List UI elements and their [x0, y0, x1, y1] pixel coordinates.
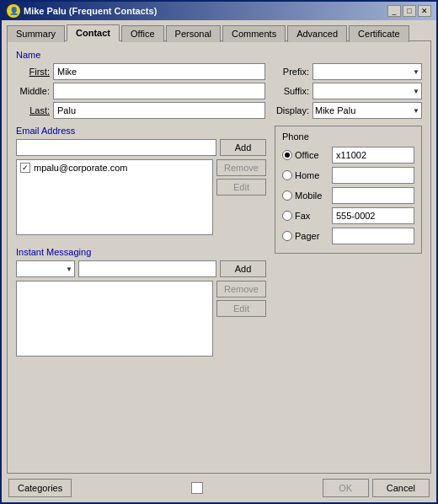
- email-input-row: Add: [16, 139, 266, 156]
- email-remove-button[interactable]: Remove: [216, 159, 266, 176]
- tab-bar: Summary Contact Office Personal Comments…: [2, 20, 436, 40]
- pager-phone-input[interactable]: [332, 228, 414, 244]
- office-radio[interactable]: [282, 150, 292, 160]
- last-name-input[interactable]: [53, 102, 265, 119]
- prefix-arrow: ▼: [413, 68, 419, 76]
- title-bar: 👤 Mike Palu (Frequent Contacts) _ □ ✕: [2, 2, 436, 20]
- title-bar-left: 👤 Mike Palu (Frequent Contacts): [7, 4, 157, 18]
- phone-section: Phone Office Home: [275, 126, 422, 254]
- tab-contact[interactable]: Contact: [67, 24, 120, 41]
- fax-phone-input[interactable]: [332, 207, 414, 224]
- tab-advanced[interactable]: Advanced: [287, 25, 347, 42]
- window-title: Mike Palu (Frequent Contacts): [24, 6, 157, 16]
- display-label: Display:: [269, 105, 309, 115]
- prefix-label: Prefix:: [269, 67, 309, 77]
- tab-office[interactable]: Office: [121, 25, 164, 42]
- home-radio-label[interactable]: Home: [282, 170, 328, 180]
- office-radio-label[interactable]: Office: [282, 150, 328, 160]
- pager-radio[interactable]: [282, 231, 292, 241]
- suffix-label: Suffix:: [269, 86, 309, 96]
- email-list: ✓ mpalu@corporate.com: [16, 159, 213, 235]
- last-label: Last:: [16, 105, 50, 115]
- two-col-layout: Email Address Add ✓ mpalu@corporate.com: [16, 126, 422, 357]
- im-type-arrow: ▼: [66, 265, 72, 273]
- im-list-with-buttons: Remove Edit: [16, 281, 266, 357]
- first-name-row: First: Prefix: ▼: [16, 63, 422, 80]
- display-arrow: ▼: [413, 107, 419, 115]
- bottom-checkbox[interactable]: [191, 482, 203, 494]
- main-window: 👤 Mike Palu (Frequent Contacts) _ □ ✕ Su…: [0, 0, 438, 504]
- phone-office-row: Office: [282, 147, 414, 164]
- categories-button[interactable]: Categories: [8, 479, 72, 497]
- fax-radio[interactable]: [282, 211, 292, 221]
- mobile-radio[interactable]: [282, 190, 292, 201]
- middle-name-input[interactable]: [53, 83, 265, 99]
- home-radio[interactable]: [282, 170, 292, 180]
- right-column: Phone Office Home: [275, 126, 422, 357]
- minimize-button[interactable]: _: [387, 5, 401, 17]
- mobile-label: Mobile: [295, 190, 322, 201]
- first-label: First:: [16, 67, 50, 77]
- close-button[interactable]: ✕: [418, 5, 431, 17]
- middle-label: Middle:: [16, 86, 50, 96]
- prefix-select[interactable]: ▼: [312, 63, 422, 80]
- tab-comments[interactable]: Comments: [222, 25, 286, 42]
- im-add-button[interactable]: Add: [220, 260, 266, 277]
- tab-personal[interactable]: Personal: [166, 25, 221, 42]
- bottom-bar: Categories OK Cancel: [2, 474, 436, 502]
- phone-home-row: Home: [282, 167, 414, 184]
- ok-button[interactable]: OK: [323, 479, 369, 497]
- display-select[interactable]: Mike Palu ▼: [312, 102, 422, 119]
- im-side-buttons: Remove Edit: [216, 281, 266, 357]
- suffix-arrow: ▼: [413, 88, 419, 95]
- office-label: Office: [295, 150, 319, 160]
- home-label: Home: [295, 170, 319, 180]
- im-section: Instant Messaging ▼ Add Remove Ed: [16, 247, 266, 357]
- phone-fax-row: Fax: [282, 207, 414, 224]
- mobile-phone-input[interactable]: [332, 187, 414, 204]
- first-name-input[interactable]: [53, 63, 265, 80]
- email-add-button[interactable]: Add: [220, 139, 266, 156]
- suffix-select[interactable]: ▼: [312, 83, 422, 99]
- im-address-input[interactable]: [78, 260, 216, 277]
- im-edit-button[interactable]: Edit: [216, 300, 266, 317]
- fax-label: Fax: [295, 211, 310, 221]
- last-name-row: Last: Display: Mike Palu ▼: [16, 102, 422, 119]
- pager-radio-label[interactable]: Pager: [282, 231, 328, 241]
- title-buttons: _ □ ✕: [387, 5, 431, 17]
- im-list: [16, 281, 213, 357]
- cancel-button[interactable]: Cancel: [372, 479, 430, 497]
- email-side-buttons: Remove Edit: [216, 159, 266, 235]
- left-column: Email Address Add ✓ mpalu@corporate.com: [16, 126, 266, 357]
- im-type-select[interactable]: ▼: [16, 260, 75, 277]
- im-section-label: Instant Messaging: [16, 247, 266, 257]
- list-item: ✓ mpalu@corporate.com: [19, 162, 211, 174]
- middle-name-row: Middle: Suffix: ▼: [16, 83, 422, 99]
- mobile-radio-label[interactable]: Mobile: [282, 190, 328, 201]
- phone-mobile-row: Mobile: [282, 187, 414, 204]
- office-phone-input[interactable]: [332, 147, 414, 164]
- email-new-input[interactable]: [16, 139, 216, 156]
- email-address: mpalu@corporate.com: [34, 163, 127, 173]
- pager-label: Pager: [295, 231, 319, 241]
- name-section-label: Name: [16, 50, 422, 60]
- email-section: Email Address Add ✓ mpalu@corporate.com: [16, 126, 266, 235]
- fax-radio-label[interactable]: Fax: [282, 211, 328, 221]
- app-icon: 👤: [7, 4, 20, 18]
- content-area: Name First: Prefix: ▼ Middle: Suffix: ▼: [7, 40, 431, 474]
- display-value: Mike Palu: [315, 105, 355, 115]
- tab-certificate[interactable]: Certificate: [349, 25, 409, 42]
- maximize-button[interactable]: □: [403, 5, 416, 17]
- tab-summary[interactable]: Summary: [7, 25, 65, 42]
- im-remove-button[interactable]: Remove: [216, 281, 266, 298]
- phone-section-label: Phone: [282, 131, 414, 142]
- home-phone-input[interactable]: [332, 167, 414, 184]
- email-checkbox[interactable]: ✓: [20, 163, 30, 173]
- email-section-label: Email Address: [16, 126, 266, 136]
- email-list-with-buttons: ✓ mpalu@corporate.com Remove Edit: [16, 159, 266, 235]
- name-section: Name First: Prefix: ▼ Middle: Suffix: ▼: [16, 50, 422, 119]
- phone-pager-row: Pager: [282, 228, 414, 244]
- email-edit-button[interactable]: Edit: [216, 179, 266, 196]
- im-input-row: ▼ Add: [16, 260, 266, 277]
